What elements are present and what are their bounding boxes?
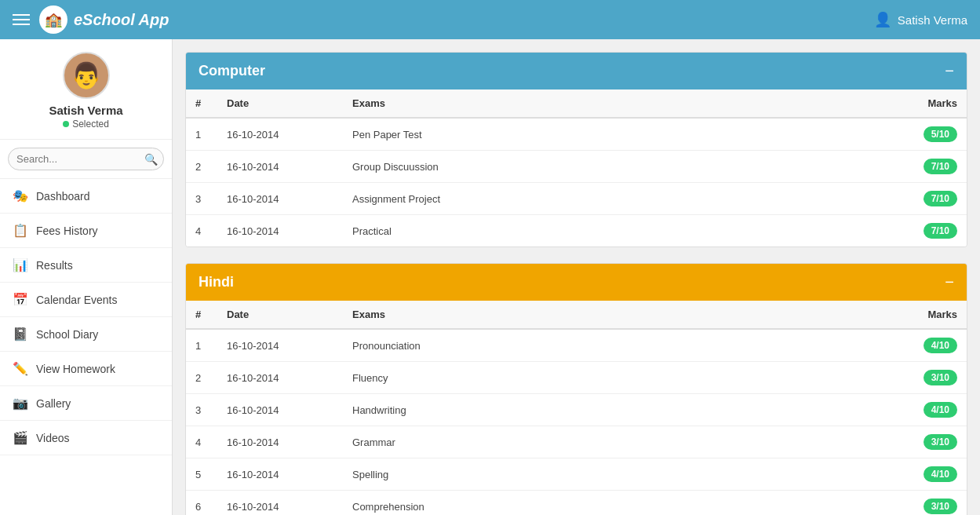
row-marks: 3/10	[904, 362, 967, 394]
marks-badge: 4/10	[924, 338, 957, 353]
table-row: 3 16-10-2014 Handwriting 4/10	[186, 394, 967, 426]
user-profile: 👨 Satish Verma Selected	[0, 39, 172, 140]
school-diary-icon: 📓	[13, 327, 28, 342]
table-row: 5 16-10-2014 Spelling 4/10	[186, 458, 967, 491]
row-exam: Practical	[343, 215, 904, 247]
row-marks: 7/10	[904, 151, 967, 183]
row-date: 16-10-2014	[217, 362, 343, 394]
row-date: 16-10-2014	[217, 215, 343, 247]
dashboard-icon: 🎭	[13, 188, 28, 203]
table-row: 2 16-10-2014 Group Discuussion 7/10	[186, 151, 967, 183]
row-date: 16-10-2014	[217, 491, 343, 516]
sidebar-item-view-homework[interactable]: ✏️ View Homework	[0, 352, 172, 386]
status-dot	[63, 121, 69, 127]
sidebar-item-label: School Diary	[36, 328, 98, 341]
sidebar-item-results[interactable]: 📊 Results	[0, 248, 172, 283]
row-date: 16-10-2014	[217, 151, 343, 183]
row-num: 1	[186, 329, 217, 362]
row-exam: Group Discuussion	[343, 151, 904, 183]
row-marks: 4/10	[904, 458, 967, 491]
user-icon: 👤	[874, 11, 891, 28]
status-label: Selected	[72, 119, 109, 130]
sidebar-item-dashboard[interactable]: 🎭 Dashboard	[0, 179, 172, 214]
row-exam: Fluency	[343, 362, 904, 394]
row-marks: 4/10	[904, 394, 967, 426]
marks-badge: 3/10	[924, 370, 957, 385]
computer-col-num: #	[186, 89, 217, 118]
hindi-col-num: #	[186, 301, 217, 329]
row-marks: 3/10	[904, 426, 967, 458]
computer-col-marks: Marks	[904, 89, 967, 118]
row-exam: Pen Paper Test	[343, 118, 904, 151]
sidebar-item-label: View Homework	[36, 363, 115, 375]
computer-table: # Date Exams Marks 1 16-10-2014 Pen Pape…	[186, 89, 967, 247]
app-logo: 🏫	[39, 5, 67, 34]
navbar-user: 👤 Satish Verma	[874, 11, 967, 28]
hamburger-menu[interactable]	[13, 14, 30, 25]
search-input[interactable]	[8, 148, 164, 170]
marks-badge: 5/10	[924, 126, 957, 142]
view-homework-icon: ✏️	[13, 361, 28, 376]
hindi-table: # Date Exams Marks 1 16-10-2014 Pronounc…	[186, 301, 967, 515]
marks-badge: 3/10	[924, 434, 957, 450]
table-row: 1 16-10-2014 Pronounciation 4/10	[186, 329, 967, 362]
sidebar-item-gallery[interactable]: 📷 Gallery	[0, 386, 172, 421]
marks-badge: 7/10	[924, 191, 957, 206]
results-icon: 📊	[13, 258, 28, 272]
hindi-section: Hindi − # Date Exams Marks 1 16-10-2014 …	[185, 263, 967, 515]
hindi-section-header: Hindi −	[186, 264, 967, 301]
row-date: 16-10-2014	[217, 426, 343, 458]
sidebar-item-label: Fees History	[36, 225, 98, 237]
row-date: 16-10-2014	[217, 458, 343, 491]
table-row: 4 16-10-2014 Grammar 3/10	[186, 426, 967, 458]
sidebar-item-school-diary[interactable]: 📓 School Diary	[0, 317, 172, 352]
hindi-col-exams: Exams	[343, 301, 904, 329]
hindi-col-date: Date	[217, 301, 343, 329]
app-name: eSchool App	[74, 11, 169, 29]
search-button[interactable]: 🔍	[144, 153, 158, 166]
sidebar-item-label: Results	[36, 259, 73, 272]
row-num: 3	[186, 183, 217, 215]
row-date: 16-10-2014	[217, 329, 343, 362]
navbar: 🏫 eSchool App 👤 Satish Verma	[0, 0, 980, 39]
sidebar-item-calendar-events[interactable]: 📅 Calendar Events	[0, 283, 172, 317]
computer-col-exams: Exams	[343, 89, 904, 118]
marks-badge: 4/10	[924, 466, 957, 482]
fees-history-icon: 📋	[13, 223, 28, 238]
sidebar-item-label: Gallery	[36, 397, 71, 410]
sidebar-item-fees-history[interactable]: 📋 Fees History	[0, 214, 172, 248]
row-num: 4	[186, 426, 217, 458]
row-exam: Pronounciation	[343, 329, 904, 362]
sidebar-item-label: Calendar Events	[36, 294, 118, 306]
table-row: 2 16-10-2014 Fluency 3/10	[186, 362, 967, 394]
row-exam: Spelling	[343, 458, 904, 491]
row-marks: 5/10	[904, 118, 967, 151]
computer-section: Computer − # Date Exams Marks 1 16-10-20…	[185, 52, 967, 247]
calendar-events-icon: 📅	[13, 292, 28, 307]
main-content: Computer − # Date Exams Marks 1 16-10-20…	[173, 39, 980, 515]
table-row: 1 16-10-2014 Pen Paper Test 5/10	[186, 118, 967, 151]
marks-badge: 3/10	[924, 499, 957, 514]
row-exam: Grammar	[343, 426, 904, 458]
computer-section-header: Computer −	[186, 53, 967, 89]
row-marks: 7/10	[904, 183, 967, 215]
profile-status: Selected	[63, 119, 109, 130]
navbar-username: Satish Verma	[898, 13, 967, 27]
gallery-icon: 📷	[13, 396, 28, 411]
logo-area: 🏫 eSchool App	[39, 5, 169, 34]
computer-collapse-btn[interactable]: −	[945, 62, 954, 80]
hindi-collapse-btn[interactable]: −	[945, 273, 954, 291]
row-marks: 7/10	[904, 215, 967, 247]
sidebar-item-label: Dashboard	[36, 190, 90, 203]
computer-section-title: Computer	[199, 63, 265, 79]
row-num: 5	[186, 458, 217, 491]
row-date: 16-10-2014	[217, 118, 343, 151]
row-date: 16-10-2014	[217, 183, 343, 215]
sidebar-item-videos[interactable]: 🎬 Videos	[0, 421, 172, 455]
row-num: 2	[186, 151, 217, 183]
table-row: 6 16-10-2014 Comprehension 3/10	[186, 491, 967, 516]
sidebar-item-label: Videos	[36, 432, 70, 444]
computer-col-date: Date	[217, 89, 343, 118]
search-bar: 🔍	[0, 140, 172, 179]
row-marks: 4/10	[904, 329, 967, 362]
